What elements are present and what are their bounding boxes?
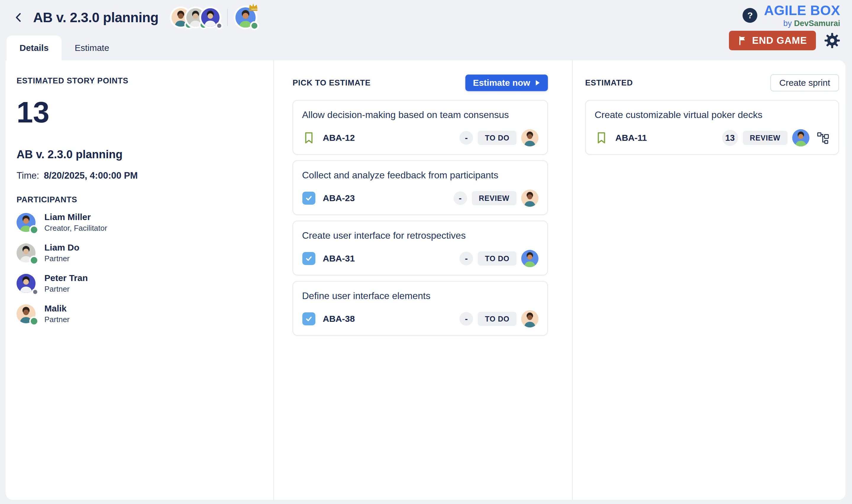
logo-subtitle: by DevSamurai xyxy=(783,19,840,28)
task-check-icon xyxy=(302,312,316,326)
points-badge: - xyxy=(459,131,473,145)
end-game-button[interactable]: END GAME xyxy=(729,31,816,50)
participant-name: Peter Tran xyxy=(44,273,88,283)
issue-card[interactable]: Create user interface for retrospectives… xyxy=(293,221,548,275)
settings-button[interactable] xyxy=(824,33,840,49)
logo: AGILE BOX by DevSamurai xyxy=(764,2,840,28)
create-sprint-button[interactable]: Create sprint xyxy=(771,74,839,91)
assignee-avatar[interactable] xyxy=(521,250,539,267)
status-dot xyxy=(252,23,257,29)
estimated-title: ESTIMATED xyxy=(585,78,633,88)
header-left: AB v. 2.3.0 planning xyxy=(11,0,256,35)
header-avatar[interactable] xyxy=(201,8,219,26)
avatar xyxy=(17,274,36,293)
pick-card-list: Allow decision-making based on team cons… xyxy=(293,100,548,336)
points-badge: - xyxy=(459,252,473,265)
issue-key: ABA-23 xyxy=(323,193,355,203)
time-label: Time: xyxy=(17,170,39,181)
participant-role: Partner xyxy=(44,315,70,324)
participant-name: Liam Miller xyxy=(44,212,107,222)
time-value: 8/20/2025, 4:00:00 PM xyxy=(44,170,138,181)
issue-key: ABA-31 xyxy=(323,253,355,264)
session-time: Time: 8/20/2025, 4:00:00 PM xyxy=(17,170,261,181)
participant-avatar xyxy=(17,244,36,262)
assignee-avatar[interactable] xyxy=(521,310,539,327)
assignee-avatar[interactable] xyxy=(521,129,539,146)
assignee-avatar[interactable] xyxy=(521,190,539,207)
status-chip: REVIEW xyxy=(472,191,516,205)
tab-estimate[interactable]: Estimate xyxy=(61,36,122,60)
points-badge: - xyxy=(459,312,473,326)
participants-list: Liam Miller Creator, Facilitator Liam Do… xyxy=(17,212,261,324)
pick-panel-title: PICK TO ESTIMATE xyxy=(293,78,371,88)
participant-avatar xyxy=(17,274,36,293)
estimate-now-button[interactable]: Estimate now xyxy=(465,74,548,91)
issue-card[interactable]: Create customizable virtual poker decks … xyxy=(585,100,839,155)
issue-key: ABA-12 xyxy=(323,133,355,143)
participant-row: Liam Miller Creator, Facilitator xyxy=(17,212,261,233)
help-button[interactable]: ? xyxy=(743,8,757,23)
status-dot xyxy=(217,24,221,28)
chevron-left-icon xyxy=(13,12,25,23)
logo-brand-name: DevSamurai xyxy=(794,19,840,28)
top-bar: AB v. 2.3.0 planning xyxy=(0,0,852,60)
story-bookmark-icon xyxy=(302,131,316,145)
participant-role: Partner xyxy=(44,254,79,263)
status-chip: REVIEW xyxy=(743,131,787,145)
estimate-now-label: Estimate now xyxy=(473,78,530,88)
session-title: AB v. 2.3.0 planning xyxy=(17,148,261,161)
task-check-icon xyxy=(302,252,316,265)
play-icon xyxy=(535,79,540,86)
facilitator-avatar[interactable] xyxy=(235,7,256,28)
logo-by: by xyxy=(783,19,792,28)
avatar-divider xyxy=(227,9,228,26)
issue-title: Allow decision-making based on team cons… xyxy=(302,109,539,120)
estimated-card-list: Create customizable virtual poker decks … xyxy=(585,100,839,155)
points-badge: - xyxy=(454,191,467,205)
status-chip: TO DO xyxy=(478,131,516,145)
participant-row: Malik Partner xyxy=(17,304,261,324)
participant-avatar xyxy=(17,304,36,323)
issue-key: ABA-38 xyxy=(323,314,355,324)
header-avatar-strip xyxy=(171,7,256,28)
status-dot xyxy=(31,227,37,233)
participants-label: PARTICIPANTS xyxy=(17,195,261,204)
status-dot xyxy=(33,290,37,294)
participant-row: Liam Do Partner xyxy=(17,242,261,263)
header-actions: END GAME xyxy=(729,31,840,50)
flag-icon xyxy=(738,36,747,46)
story-points-value: 13 xyxy=(17,97,261,127)
participant-name: Malik xyxy=(44,304,70,313)
pick-to-estimate-column: PICK TO ESTIMATE Estimate now Allow deci… xyxy=(273,60,573,500)
tab-details[interactable]: Details xyxy=(6,36,61,60)
status-chip: TO DO xyxy=(478,312,516,326)
back-button[interactable] xyxy=(11,10,26,25)
status-dot xyxy=(31,257,37,264)
story-bookmark-icon xyxy=(595,131,608,145)
assignee-avatar[interactable] xyxy=(792,129,810,146)
end-game-label: END GAME xyxy=(752,35,807,46)
details-column: ESTIMATED STORY POINTS 13 AB v. 2.3.0 pl… xyxy=(6,60,273,500)
issue-card[interactable]: Allow decision-making based on team cons… xyxy=(293,100,548,155)
crown-icon xyxy=(248,3,258,13)
task-check-icon xyxy=(302,191,316,205)
story-points-label: ESTIMATED STORY POINTS xyxy=(17,76,261,86)
brand-block: ? AGILE BOX by DevSamurai xyxy=(743,2,840,28)
avatar xyxy=(201,8,219,26)
participant-role: Creator, Facilitator xyxy=(44,223,107,233)
participant-row: Peter Tran Partner xyxy=(17,273,261,294)
points-badge: 13 xyxy=(722,130,738,146)
issue-title: Collect and analyze feedback from partic… xyxy=(302,170,539,181)
participant-avatar xyxy=(17,213,36,232)
issue-key: ABA-11 xyxy=(615,133,647,143)
issue-title: Create customizable virtual poker decks xyxy=(595,109,830,120)
issue-title: Define user interface elements xyxy=(302,290,539,301)
hierarchy-icon[interactable] xyxy=(816,131,830,144)
status-dot xyxy=(31,318,37,324)
issue-card[interactable]: Collect and analyze feedback from partic… xyxy=(293,160,548,215)
issue-card[interactable]: Define user interface elements ABA-38 - … xyxy=(293,281,548,336)
page-title: AB v. 2.3.0 planning xyxy=(33,10,159,25)
issue-title: Create user interface for retrospectives xyxy=(302,230,539,241)
participant-role: Partner xyxy=(44,285,88,294)
participant-name: Liam Do xyxy=(44,242,79,253)
